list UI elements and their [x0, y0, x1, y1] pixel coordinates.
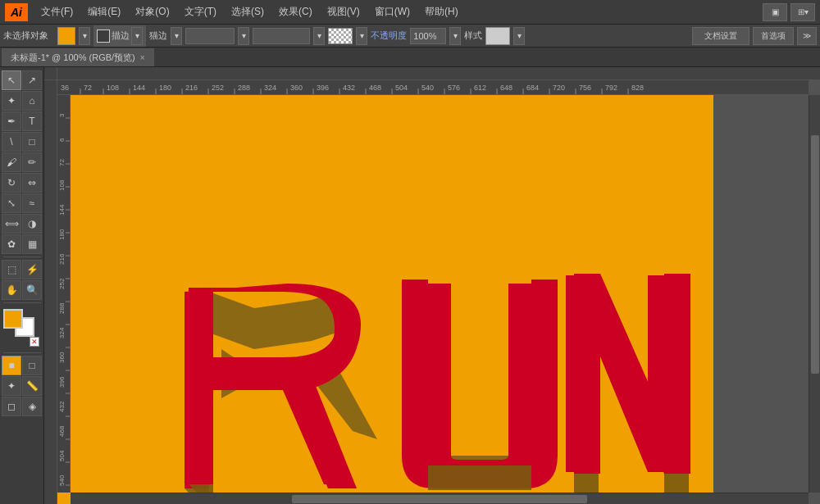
v-scrollbar[interactable]	[809, 95, 820, 493]
tab-title: 未标题-1* @ 100% (RGB/预览)	[11, 52, 135, 64]
more-btn[interactable]: ≫	[797, 27, 817, 45]
canvas-container[interactable]: 36 72 108 144 180 216 252	[57, 80, 820, 504]
svg-text:3: 3	[58, 113, 66, 117]
svg-text:792: 792	[605, 84, 617, 92]
view-mode-btn[interactable]: ⊞▾	[790, 3, 815, 21]
svg-text:648: 648	[500, 84, 512, 92]
svg-text:360: 360	[58, 352, 66, 363]
artboard	[57, 95, 713, 504]
fill-color-swatch[interactable]	[57, 27, 75, 45]
stroke-dropdown-btn[interactable]: ▾	[131, 27, 143, 45]
menu-bar: Ai 文件(F) 编辑(E) 对象(O) 文字(T) 选择(S) 效果(C) 视…	[0, 0, 820, 25]
svg-text:468: 468	[369, 84, 381, 92]
type-tool[interactable]: T	[22, 111, 42, 131]
opacity-checker	[328, 28, 353, 44]
rect-tool[interactable]: □	[22, 132, 42, 152]
zoom-tool[interactable]: 🔍	[22, 280, 42, 300]
direct-select-tool[interactable]: ↗	[22, 70, 42, 90]
svg-rect-2	[57, 95, 713, 504]
doc-settings-btn[interactable]: 文档设置	[692, 27, 749, 45]
rotate-tool[interactable]: ↻	[2, 173, 21, 193]
mode-dropdown-btn[interactable]: ▾	[171, 27, 182, 45]
tool-divider-3	[3, 352, 41, 353]
svg-text:432: 432	[58, 401, 66, 412]
svg-text:72: 72	[84, 84, 92, 92]
document-tab[interactable]: 未标题-1* @ 100% (RGB/预览) ×	[2, 48, 154, 66]
magic-wand-tool[interactable]: ✦	[2, 91, 21, 111]
ai-mode-btn[interactable]: ▣	[763, 3, 787, 21]
screen-mode-btn[interactable]: □	[22, 356, 42, 375]
symbol-tool[interactable]: ✿	[2, 234, 21, 254]
menu-edit[interactable]: 编辑(E)	[81, 3, 127, 20]
tab-close-btn[interactable]: ×	[140, 53, 145, 62]
svg-text:828: 828	[631, 84, 644, 92]
width-tool[interactable]: ⟺	[2, 214, 21, 234]
svg-text:288: 288	[238, 84, 250, 92]
lasso-tool[interactable]: ⌂	[22, 91, 42, 111]
svg-text:468: 468	[58, 425, 66, 437]
menu-help[interactable]: 帮助(H)	[418, 3, 465, 20]
run-artwork	[57, 95, 713, 504]
menu-select[interactable]: 选择(S)	[225, 3, 271, 20]
warp-tool[interactable]: ≈	[22, 193, 42, 213]
hand-tool[interactable]: ✋	[2, 280, 21, 300]
stroke-width-dropdown[interactable]: ▾	[238, 27, 249, 45]
menu-effect[interactable]: 效果(C)	[272, 3, 319, 20]
scale-tool[interactable]: ⤡	[2, 193, 21, 213]
menu-file[interactable]: 文件(F)	[34, 3, 80, 20]
eyedropper-tool[interactable]: ✦	[2, 376, 21, 396]
svg-text:756: 756	[579, 84, 591, 92]
h-scrollbar[interactable]	[71, 493, 809, 504]
canvas-area: /* generated below */	[44, 67, 820, 504]
vertical-ruler	[44, 80, 57, 504]
svg-text:504: 504	[395, 84, 408, 92]
none-swatch[interactable]: ✕	[30, 337, 39, 347]
measure-tool[interactable]: 📏	[22, 376, 42, 396]
foreground-color-swatch[interactable]	[3, 309, 23, 329]
pen-tool[interactable]: ✒	[2, 111, 21, 131]
stroke-value-input[interactable]	[253, 28, 310, 44]
opacity-input[interactable]	[410, 28, 446, 44]
slice-tool[interactable]: ⚡	[22, 260, 42, 279]
svg-text:504: 504	[58, 450, 66, 461]
stroke-arrow[interactable]: ▾	[79, 27, 90, 45]
pencil-tool[interactable]: ✏	[22, 152, 42, 172]
preferences-btn[interactable]: 首选项	[753, 27, 794, 45]
blend-tool[interactable]: ◑	[22, 214, 42, 234]
style-label: 样式	[464, 30, 482, 42]
v-scrollbar-thumb[interactable]	[811, 135, 819, 374]
menu-text[interactable]: 文字(T)	[178, 3, 223, 20]
svg-text:180: 180	[58, 229, 66, 240]
svg-rect-0	[57, 67, 820, 80]
menu-window[interactable]: 窗口(W)	[368, 3, 417, 20]
extra-tool-1[interactable]: ◻	[2, 397, 21, 416]
normal-mode-btn[interactable]: ■	[2, 356, 21, 375]
opacity-label: 不透明度	[371, 30, 407, 42]
options-bar: 未选择对象 ▾ 描边 ▾ 猫边 ▾ ▾ ▾ ▾ 不透明度 ▾ 样式 ▾ 文档设置…	[0, 25, 820, 48]
select-tool[interactable]: ↖	[2, 70, 21, 90]
svg-text:108: 108	[58, 179, 66, 191]
extra-tool-2[interactable]: ◈	[22, 397, 42, 416]
color-swatch-area: ✕	[3, 309, 41, 350]
svg-text:144: 144	[133, 84, 145, 92]
stroke-width-input[interactable]	[185, 28, 235, 44]
style-swatch[interactable]	[485, 27, 510, 45]
graph-tool[interactable]: ▦	[22, 234, 42, 254]
stroke-label: 描边	[112, 30, 130, 42]
svg-text:612: 612	[474, 84, 486, 92]
svg-text:216: 216	[58, 253, 66, 265]
menu-object[interactable]: 对象(O)	[129, 3, 175, 20]
artboard-tool[interactable]: ⬚	[2, 260, 21, 279]
tool-divider-2	[3, 302, 41, 303]
opacity-checker-dropdown[interactable]: ▾	[356, 27, 367, 45]
stroke-indicator[interactable]	[97, 30, 110, 43]
style-dropdown[interactable]: ▾	[513, 27, 525, 45]
paintbrush-tool[interactable]: 🖌	[2, 152, 21, 172]
h-scrollbar-thumb[interactable]	[292, 495, 587, 503]
opacity-dropdown[interactable]: ▾	[449, 27, 461, 45]
reflect-tool[interactable]: ⇔	[22, 173, 42, 193]
svg-text:180: 180	[159, 84, 171, 92]
stroke-val-dropdown[interactable]: ▾	[313, 27, 325, 45]
line-tool[interactable]: \	[2, 132, 21, 152]
menu-view[interactable]: 视图(V)	[321, 3, 367, 20]
